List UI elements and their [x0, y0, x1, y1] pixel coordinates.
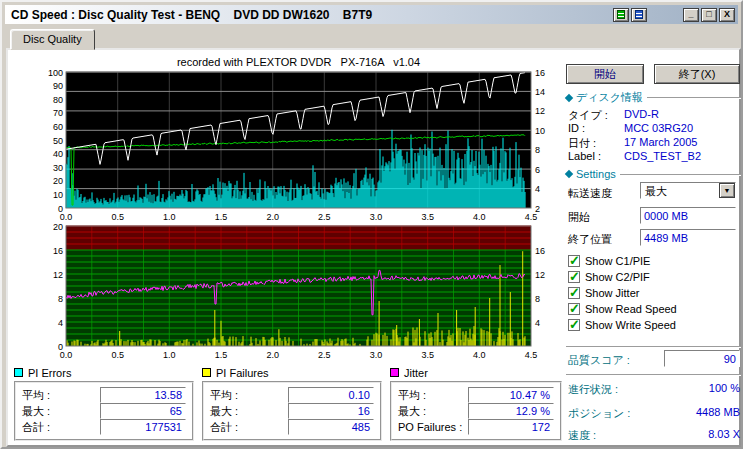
- stat-row: 最大 :12.9 %: [398, 403, 554, 419]
- pi-errors-swatch-icon: [14, 368, 23, 377]
- svg-text:70: 70: [53, 108, 63, 118]
- svg-text:80: 80: [53, 95, 63, 105]
- pi-failures-swatch-icon: [202, 368, 211, 377]
- svg-text:12: 12: [535, 106, 545, 116]
- stat-row: 平均 :13.58: [22, 387, 186, 403]
- svg-text:4: 4: [535, 318, 540, 328]
- disc-id-label: ID :: [568, 122, 585, 134]
- title-bar[interactable]: CD Speed : Disc Quality Test - BENQ DVD …: [5, 5, 738, 24]
- pi-errors-total-value: 177531: [100, 419, 186, 435]
- section-rule: [647, 97, 742, 99]
- section-rule: [620, 174, 742, 176]
- stat-row: 平均 :10.47 %: [398, 387, 554, 403]
- pi-errors-speed-chart: 10090807060504030201001614121086420.00.5…: [36, 68, 559, 222]
- divider: [566, 346, 742, 348]
- svg-text:60: 60: [53, 122, 63, 132]
- svg-text:2.5: 2.5: [318, 350, 331, 360]
- exit-button[interactable]: 終了(X): [654, 64, 740, 84]
- jitter-panel: Jitter 平均 :10.47 % 最大 :12.9 % PO Failure…: [390, 366, 562, 441]
- section-bullet-icon: [565, 170, 573, 178]
- tab-disc-quality[interactable]: Disc Quality: [10, 29, 95, 50]
- green-document-icon: [617, 10, 625, 19]
- pi-failures-max-value: 16: [288, 403, 374, 419]
- svg-text:16: 16: [53, 246, 63, 256]
- progress-value: 100 %: [648, 382, 740, 394]
- svg-text:0.5: 0.5: [111, 212, 124, 222]
- show-c1-pie-checkbox[interactable]: [568, 255, 580, 267]
- stat-row: 最大 :16: [210, 403, 374, 419]
- show-write-speed-checkbox[interactable]: [568, 319, 580, 331]
- disc-date-value: 17 March 2005: [624, 136, 697, 148]
- show-c2-pif-checkbox[interactable]: [568, 271, 580, 283]
- svg-text:50: 50: [53, 136, 63, 146]
- tab-page: recorded with PLEXTOR DVDR PX-716A v1.04…: [6, 48, 741, 447]
- svg-text:4.0: 4.0: [473, 350, 486, 360]
- disc-type-label: タイプ :: [568, 108, 608, 123]
- position-value: 4488 MB: [648, 406, 740, 418]
- end-position-field[interactable]: 4489 MB: [640, 229, 736, 246]
- svg-text:30: 30: [53, 163, 63, 173]
- jitter-max-value: 12.9 %: [468, 403, 554, 419]
- svg-text:4.0: 4.0: [473, 212, 486, 222]
- svg-text:10: 10: [53, 190, 63, 200]
- quality-score-label: 品質スコア :: [568, 353, 630, 368]
- divider: [566, 374, 742, 376]
- svg-text:16: 16: [535, 246, 545, 256]
- po-failures-value: 172: [468, 419, 554, 435]
- screenshot-icon-button[interactable]: [631, 8, 647, 22]
- svg-text:20: 20: [53, 176, 63, 186]
- svg-text:0.5: 0.5: [111, 350, 124, 360]
- svg-text:8: 8: [58, 294, 63, 304]
- svg-text:8: 8: [535, 145, 540, 155]
- svg-text:12: 12: [53, 270, 63, 280]
- window-title: CD Speed : Disc Quality Test - BENQ DVD …: [8, 8, 611, 22]
- transfer-speed-label: 転送速度: [568, 186, 612, 201]
- svg-text:100: 100: [48, 68, 63, 78]
- svg-text:1.5: 1.5: [215, 350, 228, 360]
- disc-info-header: ディスク情報: [566, 90, 742, 105]
- disc-label-label: Label :: [568, 150, 601, 162]
- pif-jitter-chart: 2016128401612840.00.51.01.52.02.53.03.54…: [36, 222, 559, 360]
- show-read-speed-row: Show Read Speed: [568, 302, 677, 315]
- svg-text:3.0: 3.0: [370, 212, 383, 222]
- pi-failures-average-value: 0.10: [288, 387, 374, 403]
- maximize-button[interactable]: □: [701, 8, 717, 22]
- pi-errors-title: PI Errors: [28, 367, 71, 379]
- svg-text:8: 8: [535, 294, 540, 304]
- svg-text:20: 20: [53, 222, 63, 232]
- speed-label: 速度 :: [568, 428, 596, 443]
- export-report-icon-button[interactable]: [613, 8, 629, 22]
- transfer-speed-select[interactable]: 最大 ▼: [640, 182, 736, 199]
- disc-date-label: 日付 :: [568, 136, 596, 151]
- pi-errors-panel: PI Errors 平均 :13.58 最大 :65 合計 :177531: [14, 366, 194, 441]
- svg-text:2.0: 2.0: [266, 350, 279, 360]
- pi-failures-total-value: 485: [288, 419, 374, 435]
- show-c1-pie-row: Show C1/PIE: [568, 254, 650, 267]
- chevron-down-icon[interactable]: ▼: [719, 183, 735, 198]
- minimize-button[interactable]: _: [683, 8, 699, 22]
- svg-text:0.0: 0.0: [60, 212, 73, 222]
- svg-text:2.0: 2.0: [266, 212, 279, 222]
- show-jitter-row: Show Jitter: [568, 286, 639, 299]
- svg-text:3.5: 3.5: [421, 212, 434, 222]
- show-read-speed-checkbox[interactable]: [568, 303, 580, 315]
- svg-text:1.0: 1.0: [163, 350, 176, 360]
- jitter-swatch-icon: [390, 368, 399, 377]
- disc-type-value: DVD-R: [624, 108, 659, 120]
- blue-document-icon: [635, 10, 643, 19]
- disc-id-value: MCC 03RG20: [624, 122, 693, 134]
- svg-text:16: 16: [535, 68, 545, 78]
- section-bullet-icon: [565, 93, 573, 101]
- svg-text:2.5: 2.5: [318, 212, 331, 222]
- start-button[interactable]: 開始: [566, 64, 644, 84]
- svg-text:4: 4: [58, 318, 63, 328]
- close-button[interactable]: X: [719, 8, 735, 22]
- show-jitter-checkbox[interactable]: [568, 287, 580, 299]
- svg-text:0.0: 0.0: [60, 350, 73, 360]
- svg-text:40: 40: [53, 149, 63, 159]
- pi-errors-average-value: 13.58: [100, 387, 186, 403]
- svg-text:1.5: 1.5: [215, 212, 228, 222]
- settings-header: Settings: [566, 168, 742, 180]
- start-position-field[interactable]: 0000 MB: [640, 207, 736, 224]
- stat-row: 合計 :177531: [22, 419, 186, 435]
